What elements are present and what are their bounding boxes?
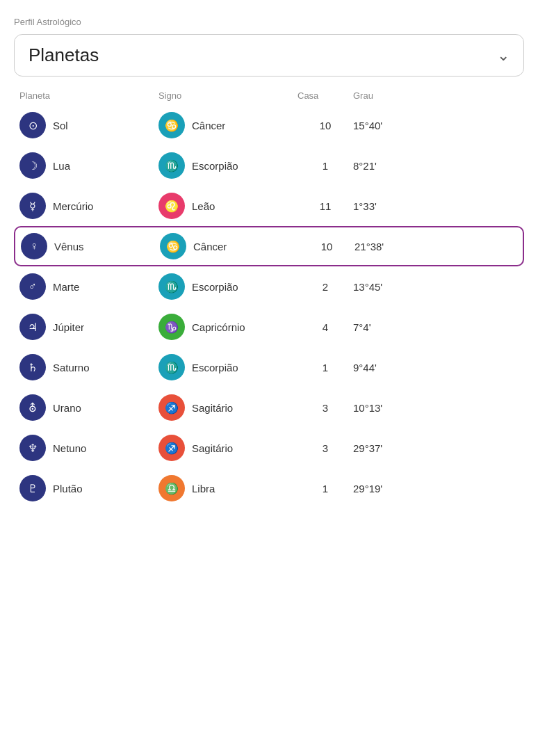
sign-name: Escorpião [192,362,238,373]
planet-cell: ♆ Netuno [19,435,158,461]
table-row[interactable]: ♃ Júpiter ♑ Capricórnio 4 7°4' [14,307,524,347]
table-row[interactable]: ♀ Vênus ♋ Câncer 10 21°38' [14,226,524,266]
header-signo: Signo [158,90,297,101]
degree-value: 29°19' [353,483,423,494]
header-grau: Grau [353,90,423,101]
sign-cell: ♏ Escorpião [158,273,297,300]
house-value: 1 [297,160,353,172]
planet-name: Urano [53,402,81,414]
sign-name: Escorpião [192,281,238,293]
sign-icon: ♏ [158,273,185,300]
planetas-dropdown[interactable]: Planetas ⌄ [14,34,524,77]
sign-cell: ♏ Escorpião [158,152,297,179]
degree-value: 15°40' [353,120,423,131]
sign-name: Sagitário [192,402,233,414]
planet-cell: ♇ Plutão [19,475,158,501]
planet-name: Sol [53,120,68,131]
planet-name: Marte [53,281,79,293]
planet-cell: ⛢ Urano [19,394,158,421]
planet-name: Lua [53,160,70,172]
sign-name: Capricórnio [192,321,245,333]
table-row[interactable]: ☽ Lua ♏ Escorpião 1 8°21' [14,145,524,186]
sign-name: Sagitário [192,442,233,454]
sign-name: Câncer [193,241,227,252]
planet-cell: ♃ Júpiter [19,314,158,340]
planet-icon: ☿ [19,193,46,219]
degree-value: 10°13' [353,402,423,414]
sign-cell: ♐ Sagitário [158,394,297,421]
degree-value: 29°37' [353,442,423,454]
house-value: 3 [297,402,353,414]
planet-icon: ♂ [19,273,46,300]
house-value: 11 [297,200,353,212]
sign-name: Câncer [192,120,225,131]
table-row[interactable]: ♇ Plutão ♎ Libra 1 29°19' [14,468,524,508]
sign-icon: ♑ [158,314,185,340]
house-value: 2 [297,281,353,293]
dropdown-label: Planetas [28,45,99,66]
planet-cell: ♂ Marte [19,273,158,300]
planet-cell: ☿ Mercúrio [19,193,158,219]
sign-cell: ♏ Escorpião [158,354,297,380]
house-value: 1 [297,362,353,373]
sign-icon: ♋ [160,233,186,259]
sign-cell: ♋ Câncer [160,233,299,259]
degree-value: 8°21' [353,160,423,172]
table-row[interactable]: ⊙ Sol ♋ Câncer 10 15°40' [14,105,524,145]
planet-name: Netuno [53,442,86,454]
sign-cell: ♎ Libra [158,475,297,501]
planet-cell: ☽ Lua [19,152,158,179]
planet-icon: ♇ [19,475,46,501]
planet-cell: ♄ Saturno [19,354,158,380]
sign-icon: ♋ [158,112,185,138]
chevron-down-icon: ⌄ [497,47,510,65]
table-row[interactable]: ⛢ Urano ♐ Sagitário 3 10°13' [14,387,524,428]
planet-icon: ♆ [19,435,46,461]
planet-cell: ⊙ Sol [19,112,158,138]
sign-name: Libra [192,483,215,494]
header-casa: Casa [297,90,353,101]
sign-icon: ♎ [158,475,185,501]
house-value: 3 [297,442,353,454]
planet-icon: ☽ [19,152,46,179]
table-row[interactable]: ☿ Mercúrio ♌ Leão 11 1°33' [14,186,524,226]
sign-icon: ♌ [158,193,185,219]
table-header: Planeta Signo Casa Grau [14,90,524,105]
planet-icon: ⊙ [19,112,46,138]
sign-cell: ♋ Câncer [158,112,297,138]
planet-table: ⊙ Sol ♋ Câncer 10 15°40' ☽ Lua ♏ Escorpi… [14,105,524,508]
house-value: 10 [297,120,353,131]
table-row[interactable]: ♄ Saturno ♏ Escorpião 1 9°44' [14,347,524,387]
sign-name: Leão [192,200,215,212]
planet-name: Plutão [53,483,83,494]
degree-value: 21°38' [354,241,424,252]
section-label: Perfil Astrológico [14,17,524,27]
planet-icon: ⛢ [19,394,46,421]
sign-name: Escorpião [192,160,238,172]
sign-icon: ♐ [158,435,185,461]
table-row[interactable]: ♂ Marte ♏ Escorpião 2 13°45' [14,266,524,307]
planet-icon: ♃ [19,314,46,340]
planet-name: Saturno [53,362,90,373]
sign-cell: ♑ Capricórnio [158,314,297,340]
sign-icon: ♏ [158,152,185,179]
header-planeta: Planeta [19,90,158,101]
sign-icon: ♐ [158,394,185,421]
degree-value: 1°33' [353,200,423,212]
house-value: 4 [297,321,353,333]
sign-icon: ♏ [158,354,185,380]
degree-value: 13°45' [353,281,423,293]
sign-cell: ♐ Sagitário [158,435,297,461]
house-value: 1 [297,483,353,494]
degree-value: 9°44' [353,362,423,373]
degree-value: 7°4' [353,321,423,333]
sign-cell: ♌ Leão [158,193,297,219]
table-row[interactable]: ♆ Netuno ♐ Sagitário 3 29°37' [14,428,524,468]
planet-cell: ♀ Vênus [21,233,160,259]
planet-icon: ♄ [19,354,46,380]
planet-name: Mercúrio [53,200,93,212]
house-value: 10 [299,241,354,252]
planet-name: Vênus [54,241,84,252]
planet-icon: ♀ [21,233,47,259]
planet-name: Júpiter [53,321,84,333]
